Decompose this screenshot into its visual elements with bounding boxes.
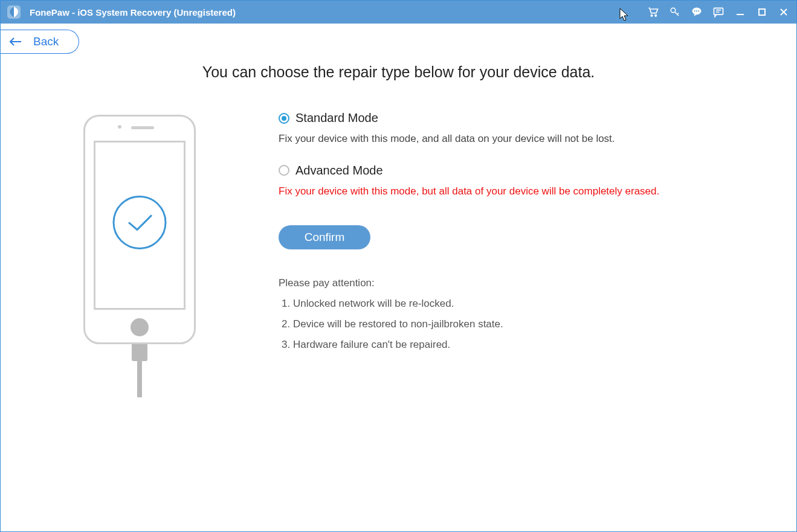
app-logo-icon (7, 5, 21, 19)
back-button[interactable]: Back (1, 30, 79, 54)
cable-wire-icon (137, 361, 142, 397)
attention-list: Unlocked network will be re-locked. Devi… (279, 298, 736, 351)
cable-plug-icon (132, 343, 147, 361)
back-label: Back (33, 35, 59, 48)
standard-mode-radio[interactable] (279, 113, 289, 124)
svg-point-7 (698, 10, 699, 11)
main-content: You can choose the repair type below for… (1, 61, 796, 531)
standard-mode-title: Standard Mode (295, 111, 378, 125)
standard-mode-option: Standard Mode Fix your device with this … (279, 111, 736, 147)
advanced-mode-title: Advanced Mode (295, 164, 383, 178)
svg-point-2 (655, 15, 657, 17)
svg-point-6 (696, 10, 697, 11)
maximize-icon[interactable] (755, 5, 769, 19)
attention-item: Device will be restored to non-jailbroke… (293, 318, 736, 330)
attention-heading: Please pay attention: (279, 277, 736, 289)
phone-icon (83, 115, 196, 344)
attention-item: Hardware failure can't be repaired. (293, 339, 736, 351)
svg-point-14 (114, 196, 166, 248)
back-arrow-icon (9, 36, 22, 48)
page-heading: You can choose the repair type below for… (1, 63, 796, 81)
device-illustration (1, 111, 279, 397)
svg-point-5 (694, 10, 695, 11)
standard-mode-desc: Fix your device with this mode, and all … (279, 131, 736, 147)
titlebar: FonePaw - iOS System Recovery (Unregiste… (1, 1, 796, 24)
advanced-mode-option: Advanced Mode Fix your device with this … (279, 164, 736, 199)
close-icon[interactable] (777, 5, 790, 19)
chat-icon[interactable] (690, 5, 703, 19)
cart-icon[interactable] (647, 5, 660, 19)
checkmark-icon (112, 194, 167, 252)
svg-point-3 (671, 8, 676, 13)
window-title: FonePaw - iOS System Recovery (Unregiste… (30, 7, 236, 18)
key-icon[interactable] (668, 5, 682, 19)
attention-section: Please pay attention: Unlocked network w… (279, 277, 736, 351)
app-window: FonePaw - iOS System Recovery (Unregiste… (0, 0, 797, 532)
advanced-mode-radio[interactable] (279, 165, 289, 176)
confirm-button[interactable]: Confirm (279, 225, 370, 249)
attention-item: Unlocked network will be re-locked. (293, 298, 736, 310)
advanced-mode-desc: Fix your device with this mode, but all … (279, 184, 736, 199)
feedback-icon[interactable] (712, 5, 725, 19)
titlebar-actions (647, 5, 790, 19)
svg-rect-8 (714, 8, 723, 14)
svg-point-1 (651, 15, 653, 17)
svg-rect-10 (759, 9, 765, 15)
minimize-icon[interactable] (734, 5, 747, 19)
